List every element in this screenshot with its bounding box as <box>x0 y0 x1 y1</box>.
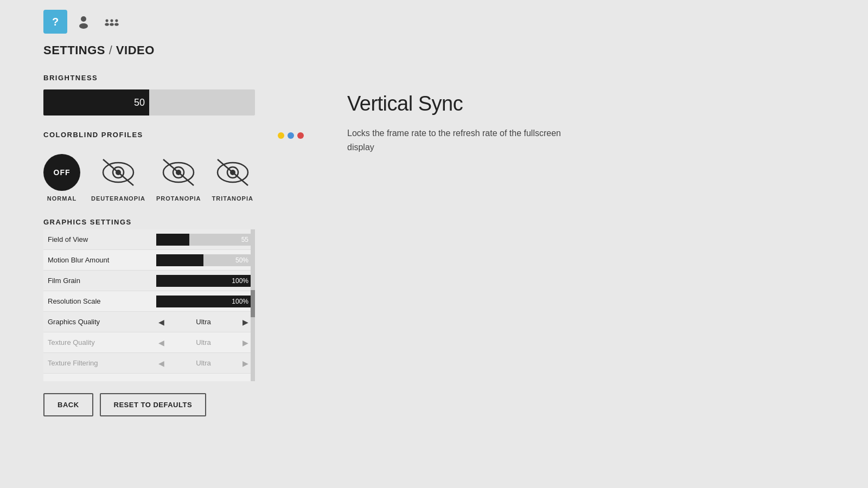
resolution-scale-bar[interactable]: 100% <box>156 296 251 307</box>
graphics-quality-arrow-left[interactable]: ◀ <box>156 318 167 326</box>
lighting-quality-label: Lighting Quality <box>48 380 156 381</box>
colorblind-option-protanopia[interactable]: PROTANOPIA <box>156 154 201 202</box>
left-panel: SETTINGS / VIDEO BRIGHTNESS 50 COLORBLIN… <box>43 43 304 416</box>
fov-bar[interactable]: 55 <box>156 234 251 246</box>
graphics-quality-select-area: ◀ Ultra ▶ <box>156 318 251 326</box>
fov-slider-area[interactable]: 55 <box>156 234 251 246</box>
settings-scroll-container[interactable]: Field of View 55 Motion Blur Amount <box>43 229 255 381</box>
colorblind-option-tritanopia[interactable]: TRITANOPIA <box>212 154 253 202</box>
texture-quality-select-area: ◀ Ultra ▶ <box>156 338 251 347</box>
motion-blur-slider-area[interactable]: 50% <box>156 254 251 266</box>
texture-filtering-value: Ultra <box>170 359 237 367</box>
lighting-quality-select-area: ◀ Ultra ▶ <box>156 380 251 382</box>
fov-fill <box>156 234 189 246</box>
svg-point-2 <box>79 23 88 29</box>
eye-container-protanopia <box>160 154 197 191</box>
scrollbar-track[interactable] <box>251 229 255 381</box>
brightness-value: 50 <box>134 97 145 108</box>
row-lighting-quality: Lighting Quality ◀ Ultra ▶ <box>43 374 255 381</box>
texture-quality-arrow-left[interactable]: ◀ <box>156 338 167 347</box>
film-grain-value: 100% <box>232 277 248 285</box>
eye-container-normal: OFF <box>43 154 80 191</box>
lighting-quality-arrow-left[interactable]: ◀ <box>156 380 167 382</box>
back-button[interactable]: BACK <box>43 393 93 416</box>
fov-value: 55 <box>241 236 248 243</box>
colorblind-option-deuteranopia[interactable]: DEUTERANOPIA <box>91 154 145 202</box>
colorblind-label-tritanopia: TRITANOPIA <box>212 195 253 202</box>
help-nav-icon[interactable]: ? <box>43 10 67 34</box>
svg-point-7 <box>115 20 118 22</box>
motion-blur-bar[interactable]: 50% <box>156 254 251 266</box>
svg-point-1 <box>81 16 86 22</box>
graphics-settings-section: GRAPHICS SETTINGS Field of View 55 Motio… <box>43 218 304 381</box>
brightness-slider[interactable]: 50 <box>43 89 255 115</box>
field-of-view-label: Field of View <box>48 235 156 243</box>
resolution-scale-label: Resolution Scale <box>48 297 156 305</box>
colorblind-option-normal[interactable]: OFF NORMAL <box>43 154 80 202</box>
colorblind-dots <box>278 132 304 139</box>
brightness-fill: 50 <box>43 89 149 115</box>
film-grain-slider-area[interactable]: 100% <box>156 275 251 287</box>
resolution-scale-slider-area[interactable]: 100% <box>156 296 251 307</box>
colorblind-label: COLORBLIND PROFILES <box>43 131 143 139</box>
brightness-label: BRIGHTNESS <box>43 74 304 82</box>
lighting-quality-arrow-right[interactable]: ▶ <box>240 380 251 382</box>
motion-blur-fill <box>156 254 203 266</box>
film-grain-label: Film Grain <box>48 277 156 285</box>
svg-point-8 <box>114 23 119 26</box>
graphics-quality-label: Graphics Quality <box>48 318 156 326</box>
colorblind-header: COLORBLIND PROFILES <box>43 131 304 146</box>
settings-label: SETTINGS <box>43 43 105 57</box>
svg-point-4 <box>105 23 109 26</box>
brightness-section: BRIGHTNESS 50 <box>43 74 304 115</box>
top-nav: ? <box>0 0 868 43</box>
film-grain-bar[interactable]: 100% <box>156 275 251 287</box>
motion-blur-label: Motion Blur Amount <box>48 256 156 264</box>
info-title: Vertical Sync <box>347 92 825 115</box>
person-nav-icon[interactable] <box>72 10 95 34</box>
graphics-section-title: GRAPHICS SETTINGS <box>43 218 304 226</box>
svg-point-5 <box>110 20 113 22</box>
row-motion-blur: Motion Blur Amount 50% <box>43 250 255 271</box>
bottom-buttons: BACK RESET TO DEFAULTS <box>43 393 304 416</box>
row-field-of-view: Field of View 55 <box>43 229 255 250</box>
colorblind-options: OFF NORMAL DEUTERANOPIA <box>43 154 304 202</box>
main-content: SETTINGS / VIDEO BRIGHTNESS 50 COLORBLIN… <box>0 43 868 416</box>
texture-filtering-label: Texture Filtering <box>48 359 156 367</box>
dot-blue <box>288 132 294 139</box>
motion-blur-value: 50% <box>235 256 248 264</box>
svg-point-3 <box>106 20 108 22</box>
texture-quality-value: Ultra <box>170 338 237 346</box>
dot-yellow <box>278 132 284 139</box>
row-resolution-scale: Resolution Scale 100% <box>43 291 255 312</box>
svg-text:?: ? <box>52 16 59 28</box>
section-label: VIDEO <box>116 43 155 57</box>
texture-filtering-arrow-left[interactable]: ◀ <box>156 359 167 368</box>
texture-filtering-select-area: ◀ Ultra ▶ <box>156 359 251 368</box>
info-description: Locks the frame rate to the refresh rate… <box>347 126 575 154</box>
graphics-quality-value: Ultra <box>170 318 237 326</box>
texture-quality-arrow-right[interactable]: ▶ <box>240 338 251 347</box>
scrollbar-thumb[interactable] <box>251 290 255 317</box>
colorblind-section: COLORBLIND PROFILES OFF NORMAL <box>43 131 304 202</box>
colorblind-label-protanopia: PROTANOPIA <box>156 195 201 202</box>
row-graphics-quality: Graphics Quality ◀ Ultra ▶ <box>43 312 255 332</box>
right-panel: Vertical Sync Locks the frame rate to th… <box>347 43 825 416</box>
svg-point-6 <box>110 23 114 26</box>
colorblind-label-normal: NORMAL <box>47 195 76 202</box>
colorblind-label-deuteranopia: DEUTERANOPIA <box>91 195 145 202</box>
eye-container-deuteranopia <box>100 154 137 191</box>
graphics-quality-arrow-right[interactable]: ▶ <box>240 318 251 326</box>
reset-button[interactable]: RESET TO DEFAULTS <box>100 393 207 416</box>
off-badge: OFF <box>43 154 80 191</box>
group-nav-icon[interactable] <box>100 10 124 34</box>
resolution-scale-value: 100% <box>232 298 248 305</box>
page-title: SETTINGS / VIDEO <box>43 43 304 57</box>
dot-red <box>297 132 304 139</box>
texture-quality-label: Texture Quality <box>48 338 156 346</box>
lighting-quality-value: Ultra <box>170 380 237 381</box>
row-texture-filtering: Texture Filtering ◀ Ultra ▶ <box>43 353 255 374</box>
eye-container-tritanopia <box>214 154 251 191</box>
row-texture-quality: Texture Quality ◀ Ultra ▶ <box>43 332 255 353</box>
texture-filtering-arrow-right[interactable]: ▶ <box>240 359 251 368</box>
